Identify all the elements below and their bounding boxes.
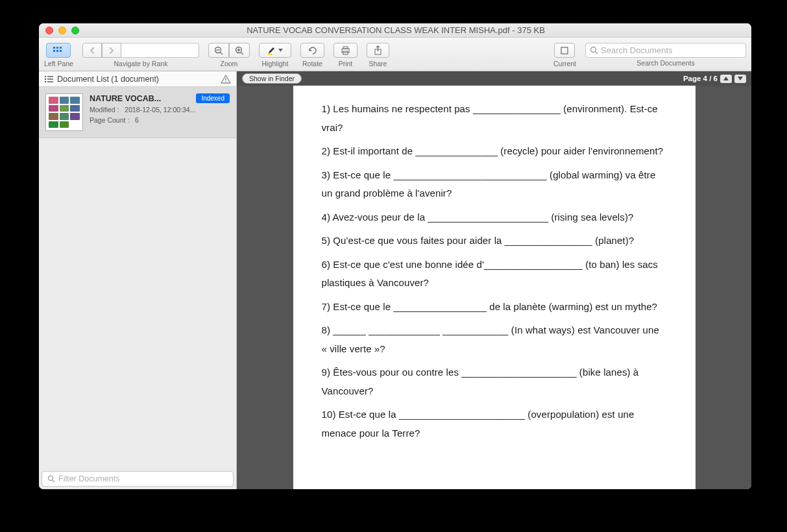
search-placeholder: Search Documents bbox=[601, 45, 673, 55]
svg-rect-19 bbox=[561, 47, 568, 54]
zoom-out-button[interactable] bbox=[208, 43, 229, 58]
doc-line: 9) Êtes-vous pour ou contre les ________… bbox=[322, 363, 667, 400]
svg-point-30 bbox=[48, 476, 53, 480]
page-indicator: Page 4 / 6 bbox=[683, 75, 718, 82]
doc-line: 8) ______ _____________ ____________ (In… bbox=[322, 321, 667, 358]
indexed-badge: Indexed bbox=[196, 93, 230, 103]
svg-rect-2 bbox=[60, 47, 62, 49]
pagecount-value: 6 bbox=[135, 116, 139, 124]
zoom-label: Zoom bbox=[221, 60, 238, 67]
svg-point-29 bbox=[225, 81, 226, 82]
list-icon bbox=[44, 75, 53, 83]
maximize-button[interactable] bbox=[71, 27, 79, 34]
document-info: NATURE VOCAB... Indexed Modified : 2018-… bbox=[90, 93, 230, 131]
rotate-button[interactable] bbox=[300, 43, 324, 58]
navigate-label: Navigate by Rank bbox=[114, 60, 168, 67]
svg-point-20 bbox=[591, 47, 596, 53]
left-pane-toggle[interactable] bbox=[46, 43, 71, 58]
document-item[interactable]: NATURE VOCAB... Indexed Modified : 2018-… bbox=[39, 87, 236, 138]
current-button[interactable] bbox=[554, 43, 575, 58]
svg-rect-5 bbox=[60, 50, 62, 52]
page-up-button[interactable] bbox=[720, 75, 732, 83]
minimize-button[interactable] bbox=[58, 27, 66, 34]
filter-input[interactable]: Filter Documents bbox=[42, 471, 234, 487]
svg-point-24 bbox=[45, 78, 46, 79]
highlight-group: Highlight bbox=[259, 40, 291, 71]
sidebar-header-text: Document List (1 document) bbox=[57, 75, 159, 84]
highlight-label: Highlight bbox=[262, 60, 289, 67]
content-topbar: Show in Finder Page 4 / 6 bbox=[237, 71, 751, 86]
svg-line-31 bbox=[53, 480, 54, 482]
share-label: Share bbox=[369, 60, 387, 67]
svg-line-7 bbox=[220, 52, 223, 54]
navigate-group: Navigate by Rank bbox=[82, 40, 199, 71]
rank-field[interactable] bbox=[121, 43, 199, 58]
share-group: Share bbox=[367, 40, 389, 71]
nav-back-button[interactable] bbox=[82, 43, 102, 58]
search-input[interactable]: Search Documents bbox=[585, 43, 746, 58]
document-thumbnail bbox=[45, 93, 83, 131]
rotate-label: Rotate bbox=[302, 60, 322, 67]
current-label: Current bbox=[553, 60, 576, 67]
show-in-finder-button[interactable]: Show in Finder bbox=[242, 73, 302, 84]
doc-line: 10) Est-ce que la ______________________… bbox=[322, 405, 667, 442]
filter-placeholder: Filter Documents bbox=[58, 474, 119, 483]
pdf-page: 1) Les humains ne respectent pas _______… bbox=[293, 86, 696, 489]
sidebar: Document List (1 document) NATURE VOCAB.… bbox=[39, 71, 237, 489]
rotate-group: Rotate bbox=[300, 40, 324, 71]
search-label: Search Documents bbox=[636, 59, 694, 67]
titlebar: NATURE VOCAB CONVERSATION CLASS WEAK INT… bbox=[39, 23, 751, 38]
zoom-in-button[interactable] bbox=[229, 43, 250, 58]
doc-line: 4) Avez-vous peur de la ________________… bbox=[322, 208, 667, 227]
current-group: Current bbox=[553, 40, 576, 71]
doc-line: 1) Les humains ne respectent pas _______… bbox=[322, 100, 667, 137]
share-button[interactable] bbox=[367, 43, 389, 58]
doc-line: 3) Est-ce que le _______________________… bbox=[322, 166, 667, 203]
svg-point-22 bbox=[45, 75, 46, 77]
svg-line-21 bbox=[596, 52, 598, 54]
svg-rect-3 bbox=[53, 50, 55, 52]
print-label: Print bbox=[339, 60, 353, 67]
doc-line: 6) Est-ce que c'est une bonne idée d'___… bbox=[322, 256, 667, 293]
page-down-button[interactable] bbox=[734, 75, 746, 83]
highlight-button[interactable] bbox=[259, 43, 291, 58]
body: Document List (1 document) NATURE VOCAB.… bbox=[39, 71, 751, 489]
svg-rect-0 bbox=[53, 47, 55, 49]
traffic-lights bbox=[39, 27, 79, 34]
window: NATURE VOCAB CONVERSATION CLASS WEAK INT… bbox=[39, 23, 751, 489]
content-area: Show in Finder Page 4 / 6 1) Les humains… bbox=[237, 71, 751, 489]
zoom-group: Zoom bbox=[208, 40, 250, 71]
left-pane-group: Left Pane bbox=[44, 40, 73, 71]
modified-label: Modified : bbox=[90, 106, 119, 114]
doc-line: 5) Qu'est-ce que vous faites pour aider … bbox=[322, 232, 667, 250]
warning-icon[interactable] bbox=[221, 75, 231, 84]
svg-rect-4 bbox=[56, 50, 58, 52]
print-button[interactable] bbox=[333, 43, 357, 58]
doc-line: 2) Est-il important de _______________ (… bbox=[322, 142, 667, 161]
sidebar-header: Document List (1 document) bbox=[39, 71, 236, 87]
print-group: Print bbox=[333, 40, 357, 71]
page-viewport[interactable]: 1) Les humains ne respectent pas _______… bbox=[237, 86, 751, 489]
doc-line: 7) Est-ce que le _________________ de la… bbox=[322, 298, 667, 317]
toolbar: Left Pane Navigate by Rank bbox=[39, 38, 751, 71]
close-button[interactable] bbox=[45, 27, 53, 34]
search-group: Search Documents Search Documents bbox=[585, 40, 746, 71]
window-title: NATURE VOCAB CONVERSATION CLASS WEAK INT… bbox=[79, 25, 712, 35]
modified-value: 2018-12-05, 12:00:34... bbox=[125, 106, 195, 114]
left-pane-label: Left Pane bbox=[44, 60, 73, 67]
svg-line-10 bbox=[241, 52, 243, 54]
svg-point-26 bbox=[45, 80, 46, 82]
nav-forward-button[interactable] bbox=[102, 43, 121, 58]
svg-rect-1 bbox=[56, 47, 58, 49]
pagecount-label: Page Count : bbox=[90, 116, 129, 124]
document-name: NATURE VOCAB... bbox=[90, 94, 161, 103]
